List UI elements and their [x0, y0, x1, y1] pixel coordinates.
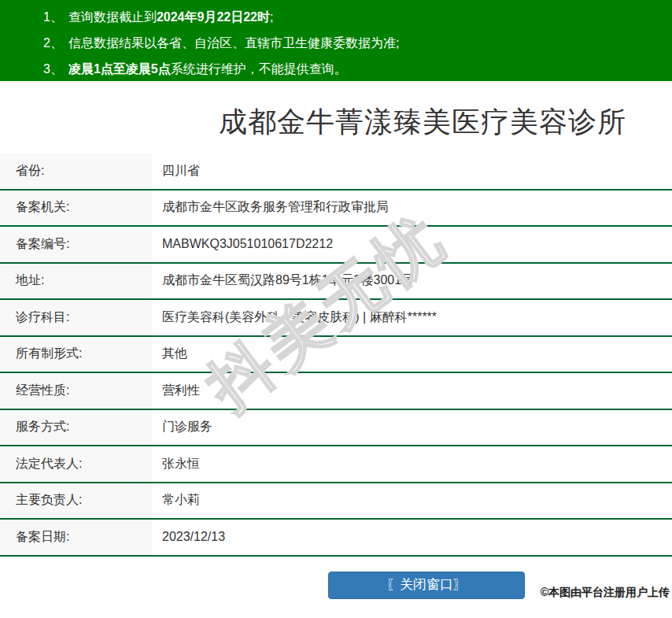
table-row-filing-date: 备案日期: 2023/12/13	[0, 520, 672, 557]
table-row-ownership: 所有制形式: 其他	[0, 337, 672, 374]
row-value: 张永恒	[152, 446, 672, 482]
table-row-address: 地址: 成都市金牛区蜀汉路89号1栋1单元3楼3001号	[0, 264, 672, 301]
notice-number: 3、	[43, 62, 63, 76]
row-value: 四川省	[152, 154, 672, 189]
notice-text-bold: 凌晨1点至凌晨5点	[68, 62, 171, 76]
row-value: 其他	[152, 337, 672, 372]
row-value: 营利性	[152, 373, 672, 409]
row-label: 经营性质:	[0, 373, 152, 409]
table-row-service-mode: 服务方式: 门诊服务	[0, 410, 672, 447]
row-label: 备案日期:	[0, 520, 152, 555]
row-value: MABWKQ3J051010617D2212	[152, 227, 672, 262]
close-window-button[interactable]: 〖关闭窗口〗	[328, 572, 525, 599]
page-title: 成都金牛菁漾臻美医疗美容诊所	[219, 103, 626, 142]
table-row-province: 省份: 四川省	[0, 154, 672, 191]
notice-text-bold: 2024年9月22日22时	[157, 10, 270, 24]
notice-line-1: 1、查询数据截止到2024年9月22日22时;	[43, 4, 672, 30]
row-value: 成都市金牛区蜀汉路89号1栋1单元3楼3001号	[152, 264, 672, 299]
notice-bar: 1、查询数据截止到2024年9月22日22时; 2、信息数据结果以各省、自治区、…	[0, 0, 672, 81]
table-row-filing-authority: 备案机关: 成都市金牛区政务服务管理和行政审批局	[0, 191, 672, 228]
table-row-business-nature: 经营性质: 营利性	[0, 373, 672, 410]
notice-number: 1、	[43, 10, 63, 24]
row-value: 常小莉	[152, 483, 672, 519]
row-label: 法定代表人:	[0, 446, 152, 482]
row-value: 门诊服务	[152, 410, 672, 446]
table-row-departments: 诊疗科目: 医疗美容科(美容外科、美容皮肤科) | 麻醉科******	[0, 300, 672, 337]
row-label: 服务方式:	[0, 410, 152, 446]
registration-info-table: 省份: 四川省 备案机关: 成都市金牛区政务服务管理和行政审批局 备案编号: M…	[0, 154, 672, 557]
title-area: 成都金牛菁漾臻美医疗美容诊所	[0, 81, 672, 154]
notice-line-2: 2、信息数据结果以各省、自治区、直辖市卫生健康委数据为准;	[43, 30, 672, 56]
copyright-watermark: ©本图由平台注册用户上传	[541, 586, 670, 600]
row-value: 2023/12/13	[152, 520, 672, 555]
notice-line-3: 3、凌晨1点至凌晨5点系统进行维护，不能提供查询。	[43, 56, 672, 81]
row-label: 省份:	[0, 154, 152, 189]
row-label: 主要负责人:	[0, 483, 152, 519]
notice-text: 查询数据截止到	[68, 10, 157, 24]
row-label: 诊疗科目:	[0, 300, 152, 335]
row-label: 备案编号:	[0, 227, 152, 262]
table-row-person-in-charge: 主要负责人: 常小莉	[0, 483, 672, 520]
row-label: 备案机关:	[0, 191, 152, 226]
table-row-filing-number: 备案编号: MABWKQ3J051010617D2212	[0, 227, 672, 264]
notice-text: ;	[270, 10, 273, 24]
row-value: 医疗美容科(美容外科、美容皮肤科) | 麻醉科******	[152, 300, 672, 335]
row-value: 成都市金牛区政务服务管理和行政审批局	[152, 191, 672, 226]
table-row-legal-representative: 法定代表人: 张永恒	[0, 446, 672, 483]
row-label: 地址:	[0, 264, 152, 299]
row-label: 所有制形式:	[0, 337, 152, 372]
notice-text: 系统进行维护，不能提供查询。	[171, 62, 347, 76]
notice-number: 2、	[43, 36, 63, 50]
notice-text: 信息数据结果以各省、自治区、直辖市卫生健康委数据为准;	[68, 36, 399, 50]
